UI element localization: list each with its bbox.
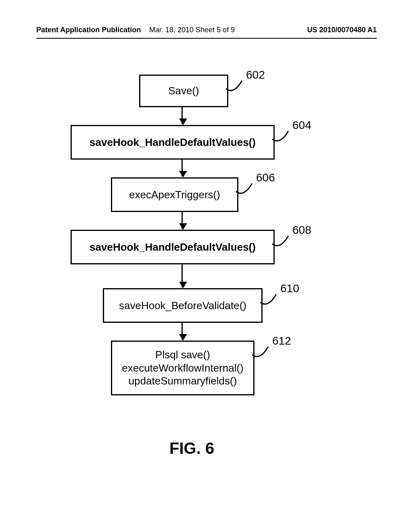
flow-box-606-text: execApexTriggers() bbox=[126, 187, 223, 203]
ref-num-602: 602 bbox=[246, 69, 265, 81]
ref-num-612: 612 bbox=[272, 335, 291, 347]
flow-box-610-text: saveHook_BeforeValidate() bbox=[116, 297, 250, 314]
flow-box-602: Save() bbox=[139, 75, 228, 107]
ref-num-606: 606 bbox=[256, 171, 275, 184]
flow-box-612: Plsql save() executeWorkflowInternal() u… bbox=[111, 341, 254, 395]
flow-box-610: saveHook_BeforeValidate() bbox=[103, 288, 263, 323]
arrow-608-610 bbox=[181, 263, 183, 287]
flow-box-602-text: Save() bbox=[165, 83, 202, 99]
flow-box-612-text: Plsql save() executeWorkflowInternal() u… bbox=[119, 347, 247, 389]
header-rule bbox=[36, 38, 377, 39]
flow-box-606: execApexTriggers() bbox=[111, 177, 238, 212]
arrow-606-608 bbox=[181, 211, 183, 229]
flow-box-608-text: saveHook_HandleDefaultValues() bbox=[86, 239, 259, 256]
header-publication-label: Patent Application Publication bbox=[36, 26, 141, 34]
flow-box-604-text: saveHook_HandleDefaultValues() bbox=[86, 134, 259, 151]
header-date-sheet: Mar. 18, 2010 Sheet 5 of 9 bbox=[149, 26, 235, 34]
flow-box-608: saveHook_HandleDefaultValues() bbox=[71, 230, 275, 264]
ref-num-604: 604 bbox=[292, 119, 311, 132]
flow-box-604: saveHook_HandleDefaultValues() bbox=[71, 125, 275, 160]
ref-num-608: 608 bbox=[292, 224, 311, 237]
arrow-604-606 bbox=[181, 158, 183, 177]
patent-page: Patent Application Publication Mar. 18, … bbox=[0, 0, 413, 532]
arrow-602-604 bbox=[181, 106, 183, 124]
arrow-610-612 bbox=[181, 322, 183, 340]
figure-caption: FIG. 6 bbox=[169, 439, 214, 457]
ref-num-610: 610 bbox=[280, 282, 299, 295]
header-pub-number: US 2010/0070480 A1 bbox=[307, 26, 377, 34]
